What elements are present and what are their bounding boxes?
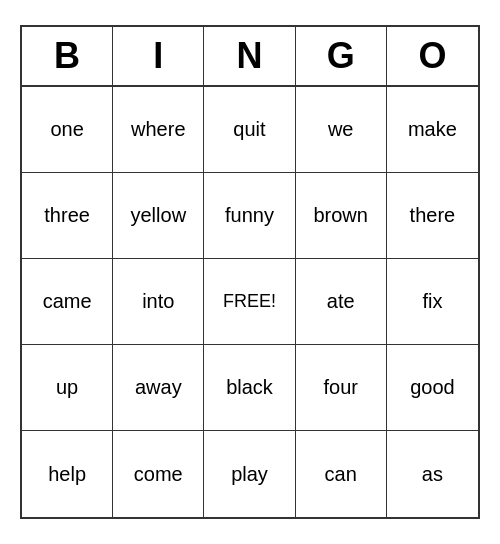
bingo-header: B I N G O [22,27,478,87]
cell-r1c2: where [113,87,204,173]
cell-r2c3: funny [204,173,295,259]
cell-r2c1: three [22,173,113,259]
cell-r1c1: one [22,87,113,173]
header-i: I [113,27,204,85]
bingo-grid: one where quit we make three yellow funn… [22,87,478,517]
cell-r2c2: yellow [113,173,204,259]
cell-r5c5: as [387,431,478,517]
header-o: O [387,27,478,85]
cell-r4c2: away [113,345,204,431]
cell-r4c5: good [387,345,478,431]
cell-r1c5: make [387,87,478,173]
cell-free: FREE! [204,259,295,345]
header-n: N [204,27,295,85]
cell-r3c5: fix [387,259,478,345]
cell-r5c4: can [296,431,387,517]
header-b: B [22,27,113,85]
cell-r3c1: came [22,259,113,345]
cell-r5c1: help [22,431,113,517]
cell-r3c2: into [113,259,204,345]
cell-r4c4: four [296,345,387,431]
cell-r2c5: there [387,173,478,259]
cell-r4c1: up [22,345,113,431]
cell-r4c3: black [204,345,295,431]
cell-r5c3: play [204,431,295,517]
cell-r5c2: come [113,431,204,517]
cell-r2c4: brown [296,173,387,259]
header-g: G [296,27,387,85]
bingo-card: B I N G O one where quit we make three y… [20,25,480,519]
cell-r3c4: ate [296,259,387,345]
cell-r1c3: quit [204,87,295,173]
cell-r1c4: we [296,87,387,173]
